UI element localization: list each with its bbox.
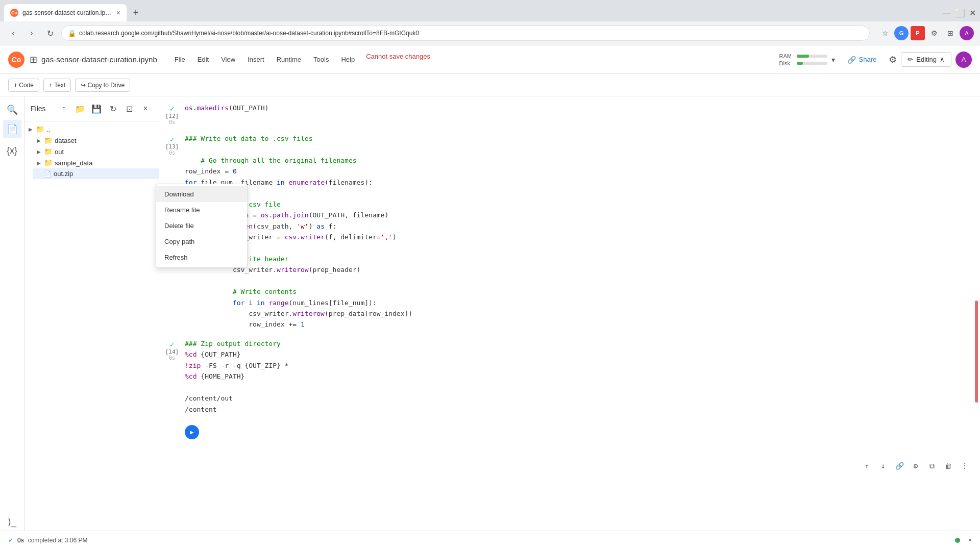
colab-right-toolbar: RAM Disk ▾ 🔗 Share ⚙ ✏ Editing ∧ A bbox=[779, 52, 972, 68]
code-area[interactable]: ✓ [12] 0s os.makedirs(OUT_PATH) ✓ [13] 0… bbox=[159, 96, 980, 549]
new-tab-button[interactable]: + bbox=[129, 6, 143, 20]
chevron-up-icon: ∧ bbox=[940, 56, 945, 63]
cell-14-status: ✓ bbox=[170, 340, 174, 348]
menu-runtime[interactable]: Runtime bbox=[272, 53, 306, 66]
file-item-dataset[interactable]: ▶ 📁 dataset bbox=[33, 135, 159, 146]
status-time: 0s bbox=[17, 537, 24, 544]
back-button[interactable]: ‹ bbox=[6, 26, 20, 40]
menu-tools[interactable]: Tools bbox=[308, 53, 334, 66]
menu-insert[interactable]: Insert bbox=[242, 53, 270, 66]
cell-14: ✓ [14] 0s ### Zip output directory %cd {… bbox=[159, 336, 980, 417]
delete-cell-button[interactable]: 🗑 bbox=[941, 459, 955, 473]
mount-drive-button[interactable]: 💾 bbox=[89, 102, 104, 116]
cell-bottom-toolbar: ↑ ↓ 🔗 ⚙ ⧉ 🗑 ⋮ bbox=[860, 459, 972, 473]
sidebar-icon-git[interactable]: {x} bbox=[3, 141, 21, 160]
pencil-icon: ✏ bbox=[908, 56, 913, 63]
sidebar-icon-files[interactable]: 📄 bbox=[3, 120, 21, 138]
file-item-name: dataset bbox=[55, 137, 77, 144]
share-button[interactable]: 🔗 Share bbox=[839, 53, 885, 67]
extension-icon-4[interactable]: ⊞ bbox=[943, 26, 958, 40]
sidebar-icon-search[interactable]: 🔍 bbox=[3, 101, 21, 119]
menu-view[interactable]: View bbox=[216, 53, 240, 66]
expand-arrow: ▶ bbox=[29, 127, 35, 132]
cell-13-number: [13] bbox=[165, 143, 179, 150]
notebook-title: ⊞ gas-sensor-dataset-curation.ipynb bbox=[30, 54, 157, 65]
cell-12-gutter: ✓ [12] 0s bbox=[159, 103, 185, 125]
minimize-button[interactable]: — bbox=[943, 8, 951, 17]
user-avatar[interactable]: A bbox=[955, 52, 972, 68]
tab-title: gas-sensor-dataset-curation.ipynb bbox=[22, 9, 112, 16]
cell-12-code: os.makedirs(OUT_PATH) bbox=[185, 103, 980, 113]
context-menu-item-rename[interactable]: Rename file bbox=[156, 202, 247, 218]
folder-icon: 📁 bbox=[44, 136, 53, 144]
colab-logo: Co bbox=[8, 52, 24, 68]
extension-icon-3[interactable]: ⚙ bbox=[927, 26, 941, 40]
menu-edit[interactable]: Edit bbox=[192, 53, 214, 66]
file-item-dotdot[interactable]: ▶ 📁 .. bbox=[24, 123, 159, 135]
context-menu: Download Rename file Delete file Copy pa… bbox=[156, 184, 248, 268]
file-item-name: .. bbox=[46, 126, 50, 133]
move-down-button[interactable]: ↓ bbox=[876, 459, 890, 473]
file-item-name: sample_data bbox=[55, 159, 92, 167]
colab-settings-icon[interactable]: ⚙ bbox=[889, 54, 897, 65]
active-tab[interactable]: Co gas-sensor-dataset-curation.ipynb × bbox=[4, 4, 127, 21]
add-text-button[interactable]: + Text bbox=[43, 79, 71, 92]
sidebar-icon-bar: 🔍 📄 {x} ⟩_ ☰ bbox=[0, 96, 24, 549]
cell-14-gutter: ✓ [14] 0s bbox=[159, 338, 185, 361]
expand-arrow: ▶ bbox=[37, 160, 43, 166]
cannot-save-label[interactable]: Cannot save changes bbox=[366, 53, 430, 66]
more-options-button[interactable]: ⋮ bbox=[958, 459, 972, 473]
tab-close-button[interactable]: × bbox=[116, 9, 120, 17]
file-item-outzip[interactable]: ▶ 📄 out.zip bbox=[33, 168, 159, 179]
move-up-button[interactable]: ↑ bbox=[860, 459, 874, 473]
status-bar: ✓ 0s completed at 3:06 PM × bbox=[0, 531, 980, 549]
extension-icon-1[interactable]: G bbox=[894, 26, 909, 40]
file-item-sample-data[interactable]: ▶ 📁 sample_data bbox=[33, 157, 159, 168]
menu-help[interactable]: Help bbox=[336, 53, 360, 66]
maximize-button[interactable]: ⬜ bbox=[955, 8, 965, 18]
context-menu-item-copypath[interactable]: Copy path bbox=[156, 234, 247, 249]
forward-button[interactable]: › bbox=[24, 26, 39, 40]
browser-chrome: Co gas-sensor-dataset-curation.ipynb × +… bbox=[0, 0, 980, 45]
upload-file-button[interactable]: ↑ bbox=[57, 102, 71, 116]
menu-file[interactable]: File bbox=[169, 53, 190, 66]
file-item-out[interactable]: ▶ 📁 out bbox=[33, 146, 159, 157]
cell-13-gutter: ✓ [13] 0s bbox=[159, 133, 185, 156]
close-window-button[interactable]: ✕ bbox=[969, 8, 976, 18]
run-cell-button[interactable]: ▶ bbox=[185, 425, 199, 439]
sidebar-icon-terminal[interactable]: ⟩_ bbox=[3, 513, 21, 531]
extension-icon-2[interactable]: P bbox=[911, 26, 925, 40]
status-completed-text: completed at 3:06 PM bbox=[28, 537, 88, 544]
new-folder-button[interactable]: 📁 bbox=[73, 102, 87, 116]
status-check-icon: ✓ bbox=[8, 537, 13, 544]
cell-12: ✓ [12] 0s os.makedirs(OUT_PATH) bbox=[159, 101, 980, 127]
user-avatar-browser[interactable]: A bbox=[960, 26, 974, 40]
link-cell-button[interactable]: 🔗 bbox=[892, 459, 906, 473]
status-close-button[interactable]: × bbox=[968, 537, 972, 544]
add-code-button[interactable]: + Code bbox=[8, 79, 39, 92]
editing-button[interactable]: ✏ Editing ∧ bbox=[901, 52, 951, 67]
address-bar: ‹ › ↻ 🔒 colab.research.google.com/github… bbox=[0, 21, 980, 45]
context-menu-item-delete[interactable]: Delete file bbox=[156, 218, 247, 234]
folder-icon: 📁 bbox=[36, 125, 44, 133]
context-menu-item-refresh[interactable]: Refresh bbox=[156, 249, 247, 265]
expand-panel-button[interactable]: ⊡ bbox=[122, 102, 136, 116]
file-item-name: out bbox=[55, 148, 64, 156]
cell-12-number: [12] bbox=[165, 113, 179, 119]
close-panel-button[interactable]: × bbox=[138, 102, 153, 116]
bookmark-icon[interactable]: ☆ bbox=[878, 26, 892, 40]
cell-settings-button[interactable]: ⚙ bbox=[909, 459, 923, 473]
refresh-button[interactable]: ↻ bbox=[43, 26, 57, 40]
copy-cell-button[interactable]: ⧉ bbox=[925, 459, 939, 473]
url-input[interactable]: 🔒 colab.research.google.com/github/Shawn… bbox=[61, 26, 870, 41]
ram-disk-chevron[interactable]: ▾ bbox=[831, 56, 835, 64]
status-green-dot bbox=[955, 538, 960, 543]
context-menu-item-download[interactable]: Download bbox=[156, 186, 247, 202]
refresh-files-button[interactable]: ↻ bbox=[106, 102, 120, 116]
tab-bar: Co gas-sensor-dataset-curation.ipynb × +… bbox=[0, 0, 980, 21]
copy-to-drive-button[interactable]: ↪ Copy to Drive bbox=[75, 79, 130, 92]
cell-13: ✓ [13] 0s ### Write out data to .csv fil… bbox=[159, 131, 980, 332]
tab-favicon: Co bbox=[10, 9, 18, 17]
cell-13-status: ✓ bbox=[170, 135, 174, 143]
folder-icon: 📁 bbox=[44, 147, 53, 156]
